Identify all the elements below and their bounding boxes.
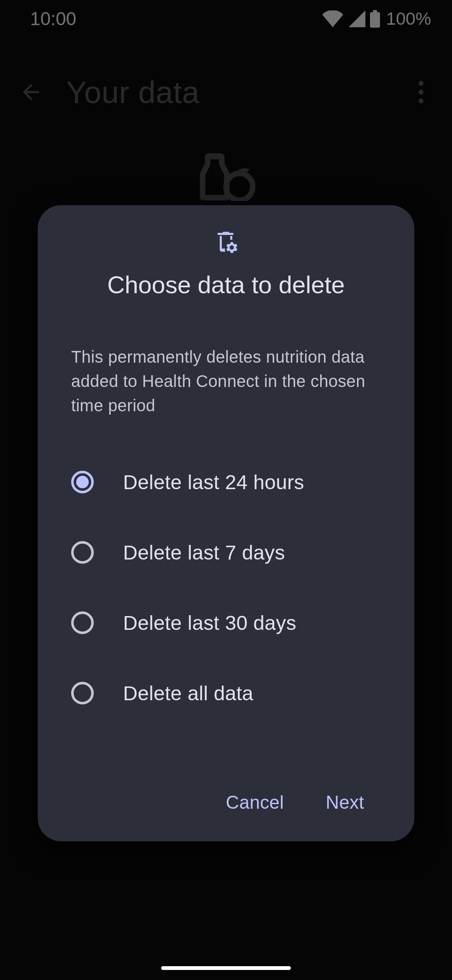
radio-delete-7d[interactable]: Delete last 7 days: [38, 517, 414, 588]
radio-icon: [71, 611, 94, 634]
delete-data-dialog: Choose data to delete This permanently d…: [38, 205, 414, 841]
radio-group: Delete last 24 hours Delete last 7 days …: [38, 447, 414, 728]
next-button[interactable]: Next: [317, 787, 372, 818]
radio-label: Delete last 7 days: [123, 541, 285, 564]
dialog-actions: Cancel Next: [38, 766, 414, 818]
radio-icon: [71, 682, 94, 704]
radio-label: Delete last 24 hours: [123, 471, 304, 494]
dialog-title: Choose data to delete: [38, 271, 414, 299]
delete-settings-icon: [38, 229, 414, 254]
cancel-button[interactable]: Cancel: [218, 787, 293, 818]
radio-label: Delete all data: [123, 682, 253, 705]
radio-delete-30d[interactable]: Delete last 30 days: [38, 588, 414, 658]
dialog-description: This permanently deletes nutrition data …: [38, 345, 414, 418]
radio-label: Delete last 30 days: [123, 611, 296, 634]
radio-icon: [71, 541, 94, 564]
radio-delete-24h[interactable]: Delete last 24 hours: [38, 447, 414, 517]
nav-handle[interactable]: [161, 966, 291, 970]
radio-icon: [71, 471, 94, 493]
radio-delete-all[interactable]: Delete all data: [38, 658, 414, 728]
